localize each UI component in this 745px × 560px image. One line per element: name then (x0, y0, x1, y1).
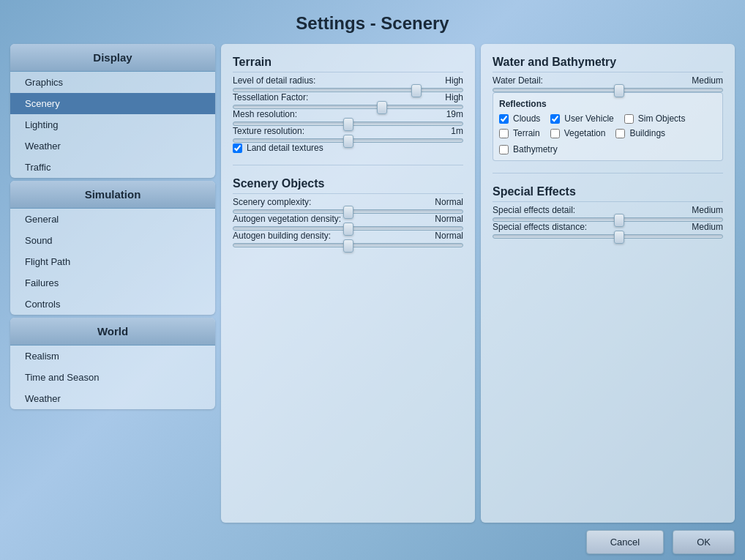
user-vehicle-label: User Vehicle (564, 113, 613, 124)
land-detail-checkbox[interactable] (233, 143, 242, 153)
sim-objects-label: Sim Objects (638, 113, 686, 124)
bathymetry-label: Bathymetry (513, 144, 558, 154)
user-vehicle-checkbox[interactable] (550, 114, 560, 124)
reflections-title: Reflections (499, 99, 716, 109)
fx-distance-track[interactable] (493, 234, 723, 239)
building-label: Autogen building density: (233, 231, 331, 241)
sidebar-item-failures[interactable]: Failures (10, 272, 215, 294)
sidebar-item-weather-display[interactable]: Weather (10, 135, 215, 157)
sidebar-display-header: Display (10, 44, 215, 72)
water-section: Water and Bathymetry Water Detail: Mediu… (493, 56, 723, 161)
lod-track[interactable] (233, 88, 463, 92)
water-detail-track[interactable] (493, 88, 723, 92)
sidebar-item-lighting[interactable]: Lighting (10, 114, 215, 135)
lod-thumb[interactable] (411, 84, 422, 97)
fx-detail-value: Medium (692, 205, 723, 215)
terrain-label: Terrain (513, 128, 540, 138)
fx-distance-row: Special effects distance: Medium (493, 222, 723, 239)
vegetation-checkbox-row[interactable]: Vegetation (550, 128, 606, 138)
buildings-checkbox-row[interactable]: Buildings (615, 128, 665, 138)
sidebar-item-time-season[interactable]: Time and Season (10, 367, 215, 388)
fx-detail-row: Special effects detail: Medium (493, 205, 723, 222)
mesh-row: Mesh resolution: 19m (233, 109, 463, 126)
fx-distance-label: Special effects distance: (493, 222, 587, 232)
clouds-checkbox[interactable] (499, 114, 509, 124)
water-detail-thumb[interactable] (614, 84, 624, 97)
vegetation-checkbox[interactable] (550, 129, 560, 138)
tess-label: Tessellation Factor: (233, 92, 308, 102)
complexity-track[interactable] (233, 209, 463, 214)
veg-track[interactable] (233, 226, 463, 231)
water-detail-row: Water Detail: Medium (493, 75, 723, 92)
bathymetry-checkbox[interactable] (499, 145, 509, 154)
clouds-checkbox-row[interactable]: Clouds (499, 113, 540, 124)
buildings-checkbox[interactable] (615, 129, 625, 138)
building-value: Normal (435, 231, 463, 241)
land-detail-label: Land detail textures (247, 143, 323, 153)
complexity-thumb[interactable] (343, 206, 353, 219)
terrain-checkbox[interactable] (499, 129, 509, 138)
sidebar-item-graphics[interactable]: Graphics (10, 72, 215, 93)
user-vehicle-checkbox-row[interactable]: User Vehicle (550, 113, 613, 124)
tess-thumb[interactable] (377, 101, 387, 114)
building-track[interactable] (233, 243, 463, 247)
fx-detail-track[interactable] (493, 217, 723, 222)
sidebar-world-header: World (10, 318, 215, 346)
reflections-group: Reflections Clouds User Vehicle Sim O (493, 92, 723, 161)
sim-objects-checkbox-row[interactable]: Sim Objects (624, 113, 686, 124)
mesh-track[interactable] (233, 122, 463, 126)
sidebar-section-display: Display Graphics Scenery Lighting Weathe… (10, 44, 215, 178)
fx-detail-thumb[interactable] (614, 214, 624, 227)
bottom-bar: Cancel OK (10, 523, 735, 560)
sidebar-section-world: World Realism Time and Season Weather (10, 318, 215, 409)
scenery-objects-title: Scenery Objects (233, 177, 463, 194)
page-title: Settings - Scenery (0, 0, 745, 44)
veg-label: Autogen vegetation density: (233, 214, 341, 224)
content-area: Terrain Level of detail radius: High Tes… (221, 44, 735, 523)
reflections-checkboxes: Clouds User Vehicle Sim Objects Ter (499, 113, 716, 138)
building-thumb[interactable] (343, 239, 353, 253)
lod-row: Level of detail radius: High (233, 75, 463, 92)
left-panel: Terrain Level of detail radius: High Tes… (221, 44, 475, 523)
veg-thumb[interactable] (343, 223, 353, 236)
water-detail-label: Water Detail: (493, 75, 543, 86)
sidebar: Display Graphics Scenery Lighting Weathe… (10, 44, 215, 523)
scenery-objects-section: Scenery Objects Scenery complexity: Norm… (233, 177, 463, 247)
water-title: Water and Bathymetry (493, 56, 723, 72)
terrain-section: Terrain Level of detail radius: High Tes… (233, 56, 463, 153)
sidebar-item-controls[interactable]: Controls (10, 294, 215, 315)
mesh-value: 19m (446, 109, 463, 119)
tex-value: 1m (451, 126, 463, 136)
tex-track[interactable] (233, 138, 463, 143)
sidebar-item-weather-world[interactable]: Weather (10, 388, 215, 409)
sidebar-item-realism[interactable]: Realism (10, 346, 215, 367)
sidebar-item-sound[interactable]: Sound (10, 230, 215, 251)
complexity-value: Normal (435, 197, 463, 207)
sidebar-item-flight-path[interactable]: Flight Path (10, 251, 215, 272)
buildings-label: Buildings (629, 128, 665, 138)
mesh-thumb[interactable] (343, 118, 353, 131)
ok-button[interactable]: OK (673, 530, 735, 554)
lod-label: Level of detail radius: (233, 75, 315, 86)
clouds-label: Clouds (513, 113, 540, 124)
veg-value: Normal (435, 214, 463, 224)
bathymetry-checkbox-row[interactable]: Bathymetry (499, 144, 716, 154)
tess-track[interactable] (233, 105, 463, 109)
terrain-title: Terrain (233, 56, 463, 72)
vegetation-label: Vegetation (564, 128, 606, 138)
complexity-label: Scenery complexity: (233, 197, 311, 207)
sim-objects-checkbox[interactable] (624, 114, 634, 124)
sidebar-item-traffic[interactable]: Traffic (10, 157, 215, 178)
tex-thumb[interactable] (343, 135, 353, 148)
fx-distance-thumb[interactable] (614, 231, 624, 244)
sidebar-simulation-header: Simulation (10, 181, 215, 209)
sidebar-item-scenery[interactable]: Scenery (10, 93, 215, 114)
tess-value: High (445, 92, 463, 102)
terrain-checkbox-row[interactable]: Terrain (499, 128, 540, 138)
fx-detail-label: Special effects detail: (493, 205, 575, 215)
special-effects-title: Special Effects (493, 185, 723, 202)
lod-value: High (445, 75, 463, 86)
tex-label: Texture resolution: (233, 126, 304, 136)
cancel-button[interactable]: Cancel (586, 530, 664, 554)
sidebar-item-general[interactable]: General (10, 209, 215, 230)
